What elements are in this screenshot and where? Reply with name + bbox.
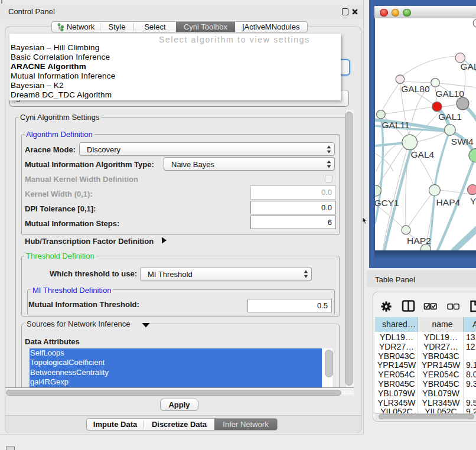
svg-text:Y: Y	[470, 196, 476, 206]
svg-text:GAL80: GAL80	[401, 84, 430, 94]
svg-text:GAL10: GAL10	[436, 89, 465, 99]
svg-text:GAL1: GAL1	[438, 112, 462, 122]
svg-text:SWI4: SWI4	[451, 136, 474, 146]
svg-text:HAP2: HAP2	[407, 236, 431, 246]
svg-text:GAL7: GAL7	[461, 61, 476, 71]
svg-text:GCY1: GCY1	[375, 198, 399, 208]
svg-text:GAL4: GAL4	[411, 149, 435, 159]
svg-text:GAL11: GAL11	[382, 120, 410, 130]
svg-text:HAP4: HAP4	[436, 197, 461, 207]
